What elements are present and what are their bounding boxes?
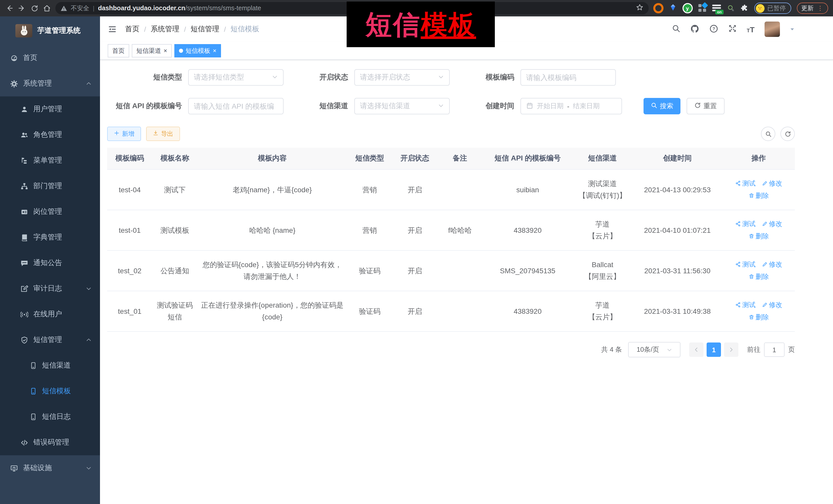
- breadcrumb-item[interactable]: 系统管理: [151, 25, 180, 34]
- extension-donut-icon[interactable]: [653, 3, 663, 13]
- page-content: 短信类型 请选择短信类型 开启状态 请选择开启状态: [100, 60, 833, 504]
- profile-paused-pill[interactable]: 已暂停: [754, 3, 791, 14]
- prev-page-button[interactable]: [689, 342, 704, 357]
- sidebar-item-roles[interactable]: 角色管理: [0, 122, 100, 148]
- goto-page-input[interactable]: [764, 342, 785, 357]
- gear-icon: [10, 80, 18, 88]
- page-size-select[interactable]: 10条/页: [628, 342, 681, 357]
- back-icon[interactable]: [5, 4, 13, 12]
- filter-row-1: 短信类型 请选择短信类型 开启状态 请选择开启状态: [107, 69, 826, 86]
- delete-link[interactable]: 删除: [748, 271, 769, 283]
- extension-gem-icon[interactable]: [669, 4, 676, 13]
- org-tree-icon: [21, 182, 28, 190]
- edit-link[interactable]: 修改: [762, 177, 782, 189]
- home-icon[interactable]: [43, 4, 51, 12]
- breadcrumb-item[interactable]: 短信管理: [191, 25, 219, 34]
- delete-link[interactable]: 删除: [748, 230, 769, 242]
- github-icon[interactable]: [690, 24, 699, 34]
- tag-sms-channel[interactable]: 短信渠道×: [132, 44, 172, 57]
- test-link[interactable]: 测试: [735, 299, 756, 311]
- delete-link[interactable]: 删除: [748, 311, 769, 323]
- sidebar-item-sms[interactable]: 短信管理: [0, 327, 100, 353]
- sidebar-item-home[interactable]: 首页: [0, 45, 100, 71]
- channel-label: 短信渠道: [313, 101, 354, 111]
- annotation-title-overlay: 短信模板: [347, 2, 495, 47]
- sidebar-item-system[interactable]: 系统管理: [0, 71, 100, 96]
- sidebar-item-sms-template[interactable]: 短信模板: [0, 378, 100, 404]
- close-icon[interactable]: ×: [213, 48, 216, 54]
- menu-tree-icon: [21, 157, 28, 164]
- browser-menu-icon[interactable]: ⋮: [817, 5, 823, 11]
- code-input[interactable]: [521, 69, 616, 86]
- sms-type-select[interactable]: 请选择短信类型: [188, 69, 284, 86]
- extension-list-icon[interactable]: on: [712, 4, 721, 12]
- fullscreen-icon[interactable]: [728, 24, 737, 34]
- sidebar-item-departments[interactable]: 部门管理: [0, 173, 100, 199]
- reset-button[interactable]: 重置: [687, 98, 724, 114]
- sidebar-item-dict[interactable]: 字典管理: [0, 224, 100, 250]
- phone-icon: [30, 388, 37, 395]
- sidebar-item-audit-log[interactable]: 审计日志: [0, 276, 100, 302]
- sidebar-collapse-icon[interactable]: [108, 25, 117, 34]
- pagination: 共 4 条 10条/页 1 前往 页: [107, 342, 795, 357]
- edit-link[interactable]: 修改: [762, 258, 782, 270]
- sidebar-item-error-code[interactable]: 错误码管理: [0, 430, 100, 455]
- chevron-down-icon: [438, 102, 444, 110]
- sidebar-item-sms-channel[interactable]: 短信渠道: [0, 353, 100, 378]
- sidebar-item-sms-log[interactable]: 短信日志: [0, 404, 100, 430]
- test-link[interactable]: 测试: [735, 258, 756, 270]
- book-icon: [21, 234, 28, 241]
- extension-magnifier-icon[interactable]: [727, 4, 735, 12]
- forward-icon[interactable]: [18, 4, 26, 12]
- sidebar-item-label: 首页: [23, 53, 38, 63]
- tag-sms-template[interactable]: 短信模板×: [174, 44, 221, 57]
- search-toggle-button[interactable]: [761, 127, 775, 141]
- status-select[interactable]: 请选择开启状态: [354, 69, 450, 86]
- help-icon[interactable]: ?: [709, 24, 718, 34]
- sidebar-item-infra[interactable]: 基础设施: [0, 455, 100, 481]
- sidebar-item-posts[interactable]: 岗位管理: [0, 199, 100, 224]
- avatar[interactable]: [764, 22, 780, 37]
- export-button[interactable]: 导出: [146, 127, 180, 141]
- tag-home[interactable]: 首页: [108, 44, 129, 57]
- delete-link[interactable]: 删除: [748, 190, 769, 201]
- sidebar-item-menus[interactable]: 菜单管理: [0, 148, 100, 173]
- close-icon[interactable]: ×: [164, 48, 167, 54]
- sidebar-item-users[interactable]: 用户管理: [0, 96, 100, 122]
- badge-icon: [21, 208, 28, 216]
- sidebar-item-notice[interactable]: 通知公告: [0, 250, 100, 276]
- sidebar-item-label: 部门管理: [33, 182, 62, 191]
- sidebar-item-label: 字典管理: [33, 233, 62, 242]
- refresh-button[interactable]: [781, 127, 795, 141]
- font-size-icon[interactable]: TT: [746, 25, 755, 33]
- date-range-picker[interactable]: 开始日期 - 结束日期: [521, 98, 622, 114]
- search-button[interactable]: 搜索: [644, 98, 681, 114]
- edit-link[interactable]: 修改: [762, 299, 782, 311]
- next-page-button[interactable]: [724, 342, 738, 357]
- chevron-down-icon: [272, 73, 278, 81]
- search-icon[interactable]: [672, 24, 681, 34]
- add-button[interactable]: 新增: [107, 127, 141, 141]
- extensions-puzzle-icon[interactable]: [740, 4, 748, 12]
- create-time-label: 创建时间: [479, 101, 521, 111]
- api-template-input[interactable]: [188, 98, 284, 114]
- phone-icon: [30, 413, 37, 421]
- test-link[interactable]: 测试: [735, 218, 756, 230]
- update-button[interactable]: 更新 ⋮: [796, 3, 828, 14]
- channel-select[interactable]: 请选择短信渠道: [354, 98, 450, 114]
- current-page[interactable]: 1: [707, 342, 721, 357]
- sidebar-item-online-users[interactable]: 在线用户: [0, 302, 100, 327]
- test-link[interactable]: 测试: [735, 177, 756, 189]
- sidebar-logo[interactable]: 芋道管理系统: [0, 17, 100, 45]
- extension-y-icon[interactable]: y: [682, 3, 692, 13]
- bookmark-star-icon[interactable]: [636, 4, 643, 13]
- sms-template-table: 模板编码 模板名称 模板内容 短信类型 开启状态 备注 短信 API 的模板编号…: [107, 148, 795, 332]
- breadcrumb-item[interactable]: 首页: [125, 25, 140, 34]
- extension-grid-icon[interactable]: [698, 4, 706, 12]
- reload-icon[interactable]: [31, 4, 39, 12]
- col-header: 短信类型: [347, 148, 392, 169]
- edit-link[interactable]: 修改: [762, 218, 782, 230]
- breadcrumb-separator: /: [224, 25, 226, 33]
- chevron-down-icon[interactable]: [789, 25, 794, 33]
- col-header: 模板名称: [152, 148, 197, 169]
